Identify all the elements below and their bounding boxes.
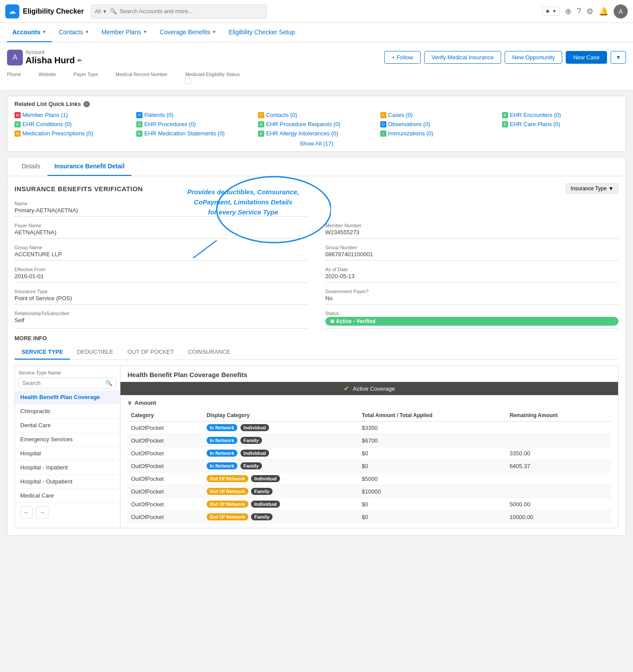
insurance-type-button[interactable]: Insurance Type ▼: [566, 183, 618, 194]
cell-category: OutOfPocket: [127, 498, 203, 511]
cell-display-category: In Network Family: [203, 460, 358, 472]
inner-tab-coinsurance[interactable]: COINSURANCE: [181, 345, 237, 360]
new-case-button[interactable]: New Case: [566, 51, 607, 64]
table-row: OutOfPocket In Network Individual $3350: [127, 421, 611, 434]
related-link-ehr-allergy[interactable]: E EHR Allergy Intolerances (0): [258, 130, 375, 137]
cell-display-category: Out Of Network Family: [203, 485, 358, 498]
related-link-cases[interactable]: C Cases (0): [380, 112, 497, 118]
related-link-observations[interactable]: O Observations (0): [380, 121, 497, 127]
nav-tab-coverage-benefits[interactable]: Coverage Benefits ▼: [154, 23, 222, 42]
tab-details[interactable]: Details: [15, 157, 47, 176]
related-link-ehr-care-plans[interactable]: E EHR Care Plans (0): [502, 121, 618, 127]
segment-badge: Family: [240, 437, 262, 444]
accounts-chevron: ▼: [42, 29, 47, 34]
related-link-ehr-medication-statements[interactable]: E EHR Medication Statements (0): [136, 130, 253, 137]
account-fields: Phone Website Payer Type Medical Record …: [7, 69, 626, 87]
benefits-title: Health Benefit Plan Coverage Benefits: [120, 366, 618, 382]
form-row-group: Group Name ACCENTURE LLP Group Number 08…: [15, 245, 618, 261]
inner-tab-deductible[interactable]: DEDUCTIBLE: [70, 345, 120, 360]
new-opportunity-button[interactable]: New Opportunity: [505, 51, 562, 64]
related-link-immunizations[interactable]: I Immunizations (0): [380, 130, 497, 137]
service-item-emergency[interactable]: Emergency Services: [15, 432, 120, 447]
follow-button[interactable]: + Follow: [384, 51, 421, 64]
inner-tab-service-type[interactable]: SERVICE TYPE: [15, 345, 70, 360]
related-link-ehr-encounters[interactable]: E EHR Encounters (0): [502, 112, 618, 118]
search-icon: 🔍: [106, 380, 113, 386]
member-plans-chevron: ▼: [143, 29, 147, 34]
next-service-button[interactable]: →: [36, 506, 48, 519]
table-row: OutOfPocket Out Of Network Individual $5…: [127, 472, 611, 485]
related-link-patients[interactable]: P Patients (0): [136, 112, 253, 118]
account-name: Alisha Hurd ✏: [25, 55, 82, 65]
table-header-row: Category Display Category Total Amount /…: [127, 410, 611, 421]
group-name-field: Group Name ACCENTURE LLP: [15, 245, 308, 261]
service-item-dental[interactable]: Dental Care: [15, 418, 120, 432]
spacer: [325, 201, 618, 217]
cell-total-amount: $3350: [358, 421, 506, 434]
related-link-contacts[interactable]: C Contacts (0): [258, 112, 375, 118]
segment-badge: Family: [240, 462, 262, 469]
edit-account-icon[interactable]: ✏: [77, 58, 82, 64]
help-icon[interactable]: ?: [577, 7, 581, 16]
nav-tab-accounts[interactable]: Accounts ▼: [7, 23, 52, 42]
effective-from-field: Effective From 2016-01-01: [15, 267, 308, 283]
form-row-insurance-type: Insurance Type Point of Service (POS) Go…: [15, 289, 618, 305]
cell-category: OutOfPocket: [127, 460, 203, 472]
medical-record-number-field: Medical Record Number: [116, 72, 168, 84]
search-input[interactable]: [120, 8, 263, 15]
service-item-medical-care[interactable]: Medical Care: [15, 489, 120, 503]
medication-icon: M: [15, 131, 21, 137]
service-item-hospital[interactable]: Hospital: [15, 447, 120, 461]
table-row: OutOfPocket Out Of Network Individual $0…: [127, 498, 611, 511]
immunizations-icon: I: [380, 131, 386, 137]
service-search-box[interactable]: 🔍: [18, 378, 116, 389]
segment-badge: Individual: [251, 501, 280, 508]
verify-insurance-button[interactable]: Verify Medical Insurance: [424, 51, 502, 64]
phone-field: Phone: [7, 72, 21, 84]
inner-tab-out-of-pocket[interactable]: OUT OF POCKET: [120, 345, 181, 360]
segment-badge: Individual: [240, 424, 269, 431]
medicaid-checkbox[interactable]: [185, 78, 191, 84]
prev-service-button[interactable]: ←: [20, 506, 33, 519]
account-header: A Account Alisha Hurd ✏ + Follow Verify …: [0, 42, 633, 91]
cell-remaining-amount: [506, 472, 611, 485]
cell-remaining-amount: 5000.00: [506, 498, 611, 511]
show-all-link[interactable]: Show All (17): [15, 140, 618, 147]
related-link-ehr-procedures[interactable]: E EHR Procedures (0): [136, 121, 253, 127]
table-row: OutOfPocket In Network Family $0 6405.37: [127, 460, 611, 472]
add-icon[interactable]: ⊕: [565, 7, 571, 16]
related-link-medication-prescriptions[interactable]: M Medication Prescriptions (0): [15, 130, 131, 137]
related-link-member-plans[interactable]: M Member Plans (1): [15, 112, 131, 118]
nav-tab-contacts[interactable]: Contacts ▼: [54, 23, 95, 42]
settings-icon[interactable]: ⚙: [586, 7, 593, 16]
group-number-field: Group Number 086797401100001: [325, 245, 618, 261]
nav-tab-eligibility-setup[interactable]: Eligibility Checker Setup: [223, 23, 300, 42]
favorites-dropdown[interactable]: ★▼: [542, 7, 560, 16]
form-row-payer: Payer Name AETNA(AETNA) Member Number W2…: [15, 223, 618, 239]
cases-icon: C: [380, 112, 386, 118]
service-item-health-benefit[interactable]: Health Benefit Plan Coverage: [15, 390, 120, 404]
segment-badge: Family: [251, 488, 273, 495]
tab-insurance-benefit-detail[interactable]: Insurance Benefit Detail: [47, 157, 132, 176]
service-search-input[interactable]: [22, 380, 106, 386]
notifications-icon[interactable]: 🔔: [599, 7, 608, 16]
coverage-benefits-chevron: ▼: [212, 29, 216, 34]
global-search-bar[interactable]: All ▼ 🔍: [91, 4, 267, 18]
form-row-relationship: RelationshipToSubscriber Self Status Act…: [15, 311, 618, 329]
table-row: OutOfPocket In Network Individual $0 335…: [127, 447, 611, 460]
more-actions-button[interactable]: ▼: [611, 51, 626, 64]
service-type-list: Service-Type Name 🔍 Health Benefit Plan …: [15, 366, 120, 528]
member-plans-icon: M: [15, 112, 21, 118]
service-item-chiropractic[interactable]: Chiropractic: [15, 404, 120, 418]
chevron-down-icon: ▼: [608, 185, 614, 192]
user-avatar[interactable]: A: [614, 4, 628, 18]
related-link-ehr-procedure-requests[interactable]: E EHR Procedure Requests (0): [258, 121, 375, 127]
service-item-hospital-inpatient[interactable]: Hospital - Inpatient: [15, 461, 120, 475]
segment-badge: Individual: [240, 450, 269, 457]
search-scope: All: [95, 8, 101, 15]
nav-tab-member-plans[interactable]: Member Plans ▼: [96, 23, 153, 42]
related-link-ehr-conditions[interactable]: E EHR Conditions (0): [15, 121, 131, 127]
amount-toggle[interactable]: ∨ Amount: [127, 400, 611, 406]
cell-category: OutOfPocket: [127, 472, 203, 485]
service-item-hospital-outpatient[interactable]: Hospital - Outpatient: [15, 475, 120, 489]
